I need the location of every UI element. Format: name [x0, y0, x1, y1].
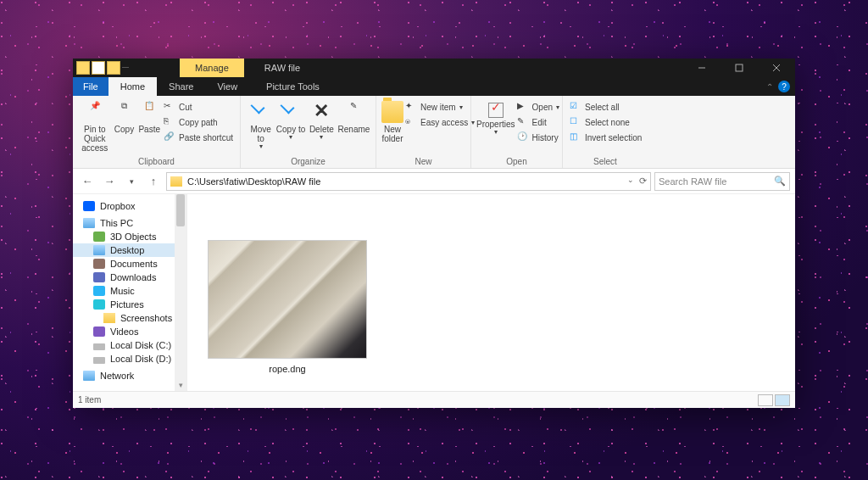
collapse-ribbon-icon[interactable]: ⌃ [766, 82, 773, 92]
properties-button[interactable]: Properties▾ [476, 99, 515, 137]
scroll-down-icon[interactable]: ▾ [175, 381, 186, 389]
share-tab[interactable]: Share [157, 77, 205, 96]
history-icon: 🕑 [517, 131, 529, 143]
tree-item-screenshots[interactable]: Screenshots [73, 311, 186, 325]
tree-item-this-pc[interactable]: This PC [73, 216, 186, 230]
tree-scrollbar[interactable]: ▾ [175, 194, 186, 391]
3d-objects-icon [93, 232, 105, 242]
titlebar: Manage RAW file [73, 59, 795, 77]
home-tab[interactable]: Home [108, 77, 157, 96]
pictures-icon [93, 299, 105, 310]
folder-icon[interactable] [107, 61, 120, 75]
view-tab[interactable]: View [205, 77, 249, 96]
tree-item-disk-d[interactable]: Local Disk (D:) [73, 352, 186, 366]
copy-path-icon: ⎘ [164, 116, 175, 128]
organize-group-label: Organize [241, 157, 376, 168]
tree-item-videos[interactable]: Videos [73, 325, 186, 338]
paste-button[interactable]: 📋 Paste [136, 99, 162, 134]
folder-icon[interactable] [76, 61, 90, 75]
drive-icon [93, 343, 105, 350]
paste-shortcut-icon: 🔗 [164, 131, 175, 143]
window-title: RAW file [264, 63, 300, 73]
easy-access-icon: ⍟ [405, 116, 417, 128]
new-folder-button[interactable]: New folder [381, 99, 403, 143]
copy-to-button[interactable]: Copy to▾ [275, 99, 305, 142]
item-count-label: 1 item [78, 395, 101, 405]
recent-locations-button[interactable]: ▾ [122, 172, 141, 191]
select-all-button[interactable]: ☑Select all [568, 99, 643, 114]
new-folder-icon [381, 101, 403, 123]
cut-icon: ✂ [164, 101, 175, 113]
qat-dropdown-icon[interactable] [122, 67, 129, 69]
context-tab-label: Manage [180, 59, 244, 77]
select-none-button[interactable]: ☐Select none [568, 114, 643, 130]
new-item-button[interactable]: ✦New item ▾ [403, 99, 476, 114]
open-group-label: Open [471, 157, 562, 168]
file-tab[interactable]: File [73, 77, 108, 96]
delete-button[interactable]: ✕ Delete▾ [306, 99, 337, 142]
copy-path-button[interactable]: ⎘Copy path [162, 114, 235, 130]
new-item-icon: ✦ [405, 101, 417, 113]
close-button[interactable] [758, 59, 795, 77]
svg-rect-1 [736, 64, 743, 71]
rename-button[interactable]: ✎ Rename [337, 99, 370, 134]
dropbox-icon [83, 201, 95, 211]
invert-selection-button[interactable]: ◫Invert selection [568, 130, 643, 145]
address-bar[interactable]: C:\Users\fatiw\Desktop\RAW file ⌄ ⟳ [166, 172, 651, 191]
help-icon[interactable]: ? [778, 81, 790, 92]
file-item[interactable]: rope.dng [208, 240, 367, 374]
tree-item-3d-objects[interactable]: 3D Objects [73, 230, 186, 243]
refresh-icon[interactable]: ⟳ [639, 176, 647, 187]
tree-item-desktop[interactable]: Desktop [73, 243, 186, 257]
open-button[interactable]: ▶Open ▾ [515, 99, 561, 114]
folder-icon [103, 313, 115, 323]
select-none-icon: ☐ [570, 116, 581, 128]
music-icon [93, 286, 105, 296]
copy-label: Copy [114, 125, 134, 134]
forward-button[interactable]: → [100, 172, 119, 191]
tree-item-music[interactable]: Music [73, 284, 186, 298]
edit-icon: ✎ [517, 116, 529, 128]
tree-item-pictures[interactable]: Pictures [73, 298, 186, 311]
edit-button[interactable]: ✎Edit [515, 114, 561, 130]
search-placeholder: Search RAW file [659, 176, 726, 187]
picture-tools-tab[interactable]: Picture Tools [254, 77, 331, 96]
desktop-icon [93, 245, 105, 255]
select-all-icon: ☑ [570, 101, 581, 113]
tree-item-downloads[interactable]: Downloads [73, 271, 186, 284]
large-icons-view-button[interactable] [775, 394, 790, 406]
easy-access-button[interactable]: ⍟Easy access ▾ [403, 114, 476, 130]
pin-to-quick-access-button[interactable]: 📌 Pin to Quick access [78, 99, 112, 153]
tree-item-network[interactable]: Network [73, 369, 186, 382]
scrollbar-thumb[interactable] [176, 194, 185, 226]
tree-item-documents[interactable]: Documents [73, 257, 186, 271]
invert-selection-icon: ◫ [570, 131, 581, 143]
explorer-window: Manage RAW file File Home Share View Pic… [73, 59, 795, 408]
network-icon [83, 371, 95, 381]
back-button[interactable]: ← [78, 172, 97, 191]
address-dropdown-icon[interactable]: ⌄ [627, 176, 634, 187]
open-icon: ▶ [517, 101, 529, 113]
cut-button[interactable]: ✂Cut [162, 99, 235, 114]
qat-button[interactable] [92, 61, 105, 75]
paste-label: Paste [138, 125, 160, 134]
tree-item-disk-c[interactable]: Local Disk (C:) [73, 338, 186, 352]
move-to-button[interactable]: Move to▾ [246, 99, 275, 151]
minimize-button[interactable] [683, 59, 721, 77]
tree-item-dropbox[interactable]: Dropbox [73, 199, 186, 213]
delete-icon: ✕ [310, 101, 332, 123]
drive-icon [93, 357, 105, 364]
paste-shortcut-button[interactable]: 🔗Paste shortcut [162, 130, 235, 145]
copy-button[interactable]: ⧉ Copy [112, 99, 137, 134]
content-pane[interactable]: rope.dng [187, 194, 795, 391]
ribbon-tabs: File Home Share View Picture Tools ⌃ ? [73, 77, 795, 96]
navigation-tree[interactable]: Dropbox This PC 3D Objects Desktop Docum… [73, 194, 187, 391]
details-view-button[interactable] [758, 394, 773, 406]
maximize-button[interactable] [721, 59, 758, 77]
properties-icon [488, 103, 504, 118]
search-input[interactable]: Search RAW file 🔍 [654, 172, 790, 191]
downloads-icon [93, 272, 105, 282]
clipboard-group-label: Clipboard [73, 157, 240, 168]
history-button[interactable]: 🕑History [515, 130, 561, 145]
up-button[interactable]: ↑ [144, 172, 163, 191]
